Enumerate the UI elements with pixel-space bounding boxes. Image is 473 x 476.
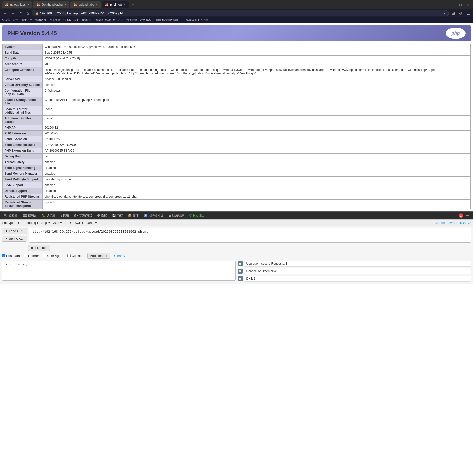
devtools-more[interactable]: ⋯ (464, 213, 471, 218)
hackbar-menu-lfi[interactable]: LFI ▾ (65, 221, 72, 225)
user-agent-checkbox[interactable] (43, 254, 46, 257)
user-agent-checkbox-label[interactable]: User Agent (43, 254, 63, 258)
table-cell-value: Sep 2 2015 23:45:53 (43, 50, 471, 56)
hackbar-menu-sql[interactable]: SQL ▾ (41, 221, 50, 225)
headers-area: H Upgrade-Insecure-Requests: 1 H Connect… (238, 261, 471, 282)
table-row: Build DateSep 2 2015 23:45:53 (3, 50, 471, 56)
menu-button[interactable]: ☰ (465, 10, 471, 16)
bookmark-newuser[interactable]: 新手上路 (21, 18, 32, 22)
table-cell-key: Debug Build (3, 154, 43, 159)
table-cell-value: (none) (43, 116, 471, 125)
bookmark-hunan[interactable]: 湖南智桥样教育科技... (156, 18, 183, 22)
referer-checkbox[interactable] (24, 254, 27, 257)
header-badge-2: H (238, 276, 243, 281)
table-cell-key: System (3, 44, 43, 50)
hackbar-menu-encoding[interactable]: Encoding ▾ (22, 221, 38, 225)
console-icon: ⌨ (23, 214, 27, 217)
performance-icon: ⏱ (97, 214, 100, 217)
table-cell-value: 20100525 (43, 131, 471, 136)
table-row: Virtual Directory Supportenabled (3, 82, 471, 88)
table-cell-key: IPv6 Support (3, 182, 43, 188)
hackbar-menu-xss[interactable]: XSS ▾ (53, 221, 62, 225)
bookmark-jd[interactable]: 京东商城 (49, 18, 60, 22)
minimize-button[interactable]: ─ (451, 2, 456, 7)
table-row: Architecturex86 (3, 61, 471, 67)
devtools-applications[interactable]: ▦ 应用程序 (166, 213, 186, 218)
post-data-textarea[interactable] (2, 261, 236, 281)
devtools-performance[interactable]: ⏱ 性能 (95, 213, 109, 218)
close-tab-3[interactable]: ✕ (96, 3, 98, 6)
hackbar-menu-xxe[interactable]: XXE ▾ (75, 221, 83, 225)
devtools-memory[interactable]: 💾 内存 (110, 213, 125, 218)
lfi-label: LFI (65, 221, 70, 225)
cookies-checkbox-label[interactable]: Cookies (67, 254, 83, 258)
table-row: Thread Safetyenabled (3, 159, 471, 165)
post-data-checkbox-label[interactable]: Post data (2, 254, 20, 258)
xxe-arrow: ▾ (82, 221, 83, 225)
close-tab-1[interactable]: ✕ (27, 3, 29, 6)
table-cell-key: Architecture (3, 61, 43, 67)
hackbar-menu-bar: Encryption ▾ Encoding ▾ SQL ▾ XSS ▾ LFI … (0, 220, 473, 226)
home-button[interactable]: ⌂ (25, 11, 30, 16)
devtools-style-editor[interactable]: {} 样式编辑器 (72, 213, 94, 218)
forward-button[interactable]: → (10, 11, 16, 16)
cookies-checkbox[interactable] (67, 254, 71, 257)
devtools-debugger[interactable]: 🐛 调试器 (40, 213, 58, 218)
firefox-favicon-1: 🦊 (5, 3, 9, 6)
clear-all-button[interactable]: Clear All (114, 254, 126, 258)
hackbar-menu-encryption[interactable]: Encryption ▾ (2, 221, 19, 225)
bookmark-common[interactable]: 常用网址 (35, 18, 46, 22)
add-header-button[interactable]: Add Header (87, 253, 110, 259)
table-cell-key: Virtual Directory Support (3, 82, 43, 88)
close-window-button[interactable]: ✕ (465, 2, 471, 7)
reload-button[interactable]: ↻ (18, 10, 24, 16)
bookmark-mobile[interactable]: 移动设备上的书签 (186, 18, 208, 22)
hackbar-menu-other[interactable]: Other ▾ (86, 221, 97, 225)
style-editor-icon: {} (74, 214, 76, 217)
header-row-1: H Connection: keep-alive (238, 268, 471, 274)
firefox-favicon-4: 🦊 (105, 3, 109, 6)
close-tab-2[interactable]: ✕ (64, 3, 66, 6)
header-value-1: Connection: keep-alive (244, 268, 471, 274)
php-logo: php (446, 28, 466, 39)
tab-label-3: upload-labs (79, 3, 94, 6)
bookmark-ketang[interactable]: 课堂派-简单好用的在... (95, 18, 123, 22)
table-row: Zend Extension BuildAPI220100525,TS,VC9 (3, 142, 471, 148)
devtools-storage[interactable]: 📦 存储 (126, 213, 141, 218)
tab-upload-labs-1[interactable]: 🦊 upload-labs ✕ (2, 1, 32, 8)
table-cell-key: Build Date (3, 50, 43, 56)
devtools-accessibility[interactable]: ♿ 无障碍环境 (142, 213, 165, 218)
load-url-button[interactable]: ⬆ Load URL (2, 228, 27, 234)
devtools-inspector[interactable]: 🔍 查看器 (2, 213, 20, 218)
tab-upload-labs-3[interactable]: 🦊 upload-labs ✕ (70, 1, 101, 8)
bookmark-csdn[interactable]: CSDN - 专业开发者社... (63, 18, 92, 22)
other-arrow: ▾ (95, 221, 97, 225)
table-cell-key: Zend Multibyte Support (3, 177, 43, 182)
maximize-button[interactable]: □ (458, 2, 463, 7)
new-tab-button[interactable]: + (130, 1, 137, 8)
tab-phpinfo[interactable]: 🦊 phpinfo() ✕ (102, 1, 129, 8)
bookmark-firefox[interactable]: 火狐官方站点 (2, 18, 18, 22)
referer-checkbox-label[interactable]: Referer (24, 254, 39, 258)
bookmark-lufei[interactable]: 路飞学城 - 帮助有志... (126, 18, 153, 22)
devtools-hackbar[interactable]: 🛡 HackBar (187, 213, 207, 218)
header-row-0: H Upgrade-Insecure-Requests: 1 (238, 261, 471, 267)
tab-pikachu[interactable]: 🦊 Get the pikachu ✕ (33, 1, 69, 8)
settings-icon[interactable]: ⚙ (458, 10, 464, 16)
split-url-label: Split URL (9, 237, 23, 240)
table-row: Debug Buildno (3, 154, 471, 159)
table-row: Zend Memory Managerenabled (3, 171, 471, 177)
devtools-network[interactable]: ↕ 网络 (59, 213, 71, 218)
table-row: Server APIApache 2.0 Handler (3, 76, 471, 82)
close-tab-4[interactable]: ✕ (124, 3, 126, 6)
post-data-checkbox[interactable] (2, 254, 5, 257)
execute-button[interactable]: ▶ Execute (28, 245, 50, 251)
back-button[interactable]: ← (2, 11, 8, 16)
table-cell-key: Zend Memory Manager (3, 171, 43, 177)
post-data-area (2, 261, 236, 282)
split-url-button[interactable]: ✂ Split URL (2, 236, 27, 242)
url-textarea[interactable] (29, 228, 471, 243)
url-bar[interactable]: 🔒 192.168.30.253/upload/upload/202308291… (32, 10, 449, 16)
devtools-console[interactable]: ⌨ 控制台 (21, 213, 39, 218)
extensions-button[interactable]: ⊞ (450, 10, 456, 16)
